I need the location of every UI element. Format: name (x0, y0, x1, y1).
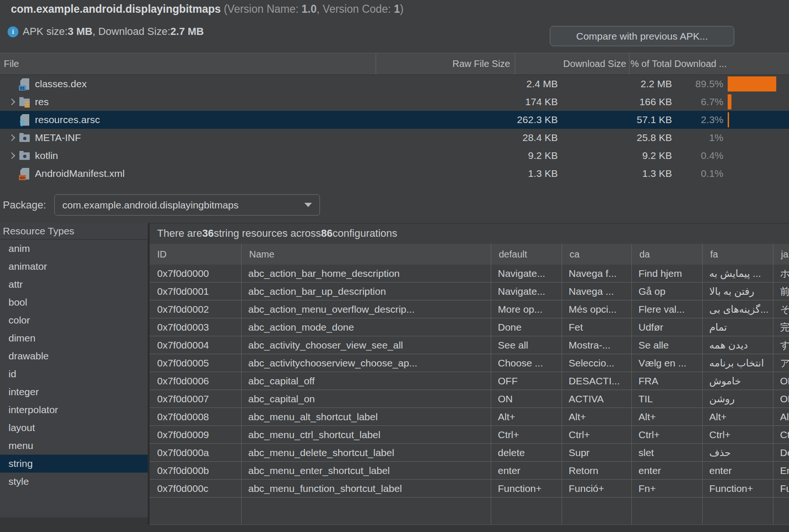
string-column-ja[interactable]: ja (773, 244, 789, 265)
string-column-da[interactable]: da (632, 244, 703, 265)
string-column-ca[interactable]: ca (562, 244, 632, 265)
dex-badge: 01 (19, 85, 26, 91)
resource-type-item-integer[interactable]: integer (0, 383, 148, 401)
table-row[interactable]: 0x7f0d000babc_menu_enter_shortcut_labele… (150, 462, 789, 480)
resource-type-item-bool[interactable]: bool (0, 293, 148, 311)
xml-file-icon: <> (19, 167, 31, 180)
apk-size-value: 3 MB (67, 25, 92, 38)
string-value-cell: FRA (632, 372, 703, 390)
file-row[interactable]: 01classes.dex2.4 MB2.2 MB89.5% (0, 75, 789, 93)
resource-type-item-interpolator[interactable]: interpolator (0, 401, 148, 419)
resource-type-item-dimen[interactable]: dimen (0, 329, 148, 347)
string-column-fa[interactable]: fa (703, 244, 773, 265)
string-value-cell: Al (773, 408, 789, 426)
string-value-cell: Alt+ (491, 408, 562, 426)
expand-chevron-icon[interactable] (7, 100, 18, 104)
string-value-cell: delete (491, 444, 562, 462)
string-value-cell: Supr (562, 444, 632, 462)
string-value-cell: Navigate... (491, 283, 562, 300)
string-table-rows: 0x7f0d0000abc_action_bar_home_descriptio… (150, 265, 789, 498)
percent-value: 2.3% (677, 114, 723, 125)
compare-apk-button[interactable]: Compare with previous APK... (550, 26, 734, 46)
table-row[interactable]: 0x7f0d000aabc_menu_delete_shortcut_label… (150, 444, 789, 462)
file-row[interactable]: kotlin9.2 KB9.2 KB0.4% (0, 147, 789, 165)
folder-icon (19, 132, 31, 144)
info-icon: i (8, 26, 18, 37)
table-row[interactable]: 0x7f0d000cabc_menu_function_shortcut_lab… (150, 480, 789, 498)
file-row[interactable]: ?resources.arsc262.3 KB57.1 KB2.3% (0, 111, 789, 129)
string-value-cell: Fet (562, 318, 632, 336)
table-row[interactable]: 0x7f0d0006abc_capital_offOFFDESACTI...FR… (150, 372, 789, 390)
table-row[interactable]: 0x7f0d0005abc_activitychooserview_choose… (150, 354, 789, 372)
table-row[interactable]: 0x7f0d0009abc_menu_ctrl_shortcut_labelCt… (150, 426, 789, 444)
percent-value: 89.5% (677, 78, 723, 90)
app-id: com.example.android.displayingbitmaps (11, 3, 221, 15)
percent-value: 6.7% (677, 96, 723, 108)
string-value-cell: Udfør (632, 318, 703, 336)
string-id-cell: 0x7f0d0000 (150, 265, 242, 283)
dropdown-arrow-icon (304, 203, 312, 207)
string-column-Name[interactable]: Name (242, 244, 491, 265)
string-value-cell: abc_action_menu_overflow_descrip... (242, 300, 491, 318)
xml-badge: <> (19, 175, 26, 180)
string-value-cell: Alt+ (703, 408, 773, 426)
file-row[interactable]: res174 KB166 KB6.7% (0, 93, 789, 111)
string-value-cell: abc_capital_on (242, 390, 491, 408)
column-percent-of-total[interactable]: % of Total Download ... (630, 53, 789, 75)
resource-type-item-attr[interactable]: attr (0, 275, 148, 293)
package-label: Package: (3, 199, 46, 211)
string-id-cell: 0x7f0d0001 (150, 283, 242, 300)
expand-chevron-icon[interactable] (7, 135, 18, 140)
string-value-cell: Vælg en ... (632, 354, 703, 372)
string-value-cell: Find hjem (632, 265, 703, 283)
string-column-ID[interactable]: ID (150, 244, 242, 265)
string-value-cell: دیدن همه (703, 336, 773, 354)
package-dropdown[interactable]: com.example.android.displayingbitmaps (54, 194, 320, 216)
resource-type-item-menu[interactable]: menu (0, 437, 148, 455)
table-row[interactable]: 0x7f0d0000abc_action_bar_home_descriptio… (150, 265, 789, 283)
string-table: IDNamedefaultcadafaja 0x7f0d0000abc_acti… (150, 244, 789, 525)
arsc-file-icon: ? (19, 114, 31, 126)
raw-size-value: 174 KB (423, 96, 562, 108)
apk-size-line: i APK size: 3 MB, Download Size: 2.7 MB (8, 25, 204, 38)
string-value-cell: پیمایش به ... (703, 265, 773, 283)
string-value-cell: abc_capital_off (242, 372, 491, 390)
table-row[interactable]: 0x7f0d0002abc_action_menu_overflow_descr… (150, 300, 789, 318)
table-row[interactable]: 0x7f0d0004abc_activity_chooser_view_see_… (150, 336, 789, 354)
resource-type-item-color[interactable]: color (0, 311, 148, 329)
percent-value: 0.1% (677, 168, 723, 179)
resource-type-item-layout[interactable]: layout (0, 419, 148, 437)
string-value-cell: abc_action_bar_home_description (242, 265, 491, 283)
raw-size-value: 28.4 KB (423, 132, 562, 143)
expand-chevron-icon[interactable] (7, 153, 18, 158)
folder-icon (19, 150, 31, 162)
file-name: res (35, 96, 49, 108)
resource-type-item-string[interactable]: string (0, 455, 148, 473)
string-value-cell: خاموش (703, 372, 773, 390)
column-raw-file-size[interactable]: Raw File Size (376, 53, 515, 75)
string-table-header: IDNamedefaultcadafaja (150, 244, 789, 265)
file-row[interactable]: <>AndroidManifest.xml1.3 KB1.3 KB0.1% (0, 165, 789, 183)
bottom-strip (0, 525, 789, 532)
string-id-cell: 0x7f0d0007 (150, 390, 242, 408)
column-file[interactable]: File (0, 53, 376, 75)
file-name: resources.arsc (35, 114, 100, 125)
resource-types-list: animanimatorattrboolcolordimendrawableid… (0, 240, 148, 490)
resource-type-item-style[interactable]: style (0, 473, 148, 490)
table-row[interactable]: 0x7f0d0007abc_capital_onONACTIVATILروشنO… (150, 390, 789, 408)
table-row[interactable]: 0x7f0d0003abc_action_mode_doneDoneFetUdf… (150, 318, 789, 336)
table-row[interactable]: 0x7f0d0008abc_menu_alt_shortcut_labelAlt… (150, 408, 789, 426)
table-row[interactable]: 0x7f0d0001abc_action_bar_up_descriptionN… (150, 283, 789, 300)
resource-type-item-animator[interactable]: animator (0, 258, 148, 275)
string-value-cell: abc_menu_alt_shortcut_label (242, 408, 491, 426)
file-name: META-INF (35, 132, 81, 143)
string-id-cell: 0x7f0d000c (150, 480, 242, 498)
file-row[interactable]: META-INF28.4 KB25.8 KB1% (0, 129, 789, 147)
column-download-size[interactable]: Download Size (515, 53, 630, 75)
string-value-cell: OFF (491, 372, 562, 390)
string-column-default[interactable]: default (491, 244, 562, 265)
string-value-cell: Navega ... (562, 283, 632, 300)
resource-type-item-anim[interactable]: anim (0, 240, 148, 258)
resource-type-item-id[interactable]: id (0, 365, 148, 383)
resource-type-item-drawable[interactable]: drawable (0, 347, 148, 365)
